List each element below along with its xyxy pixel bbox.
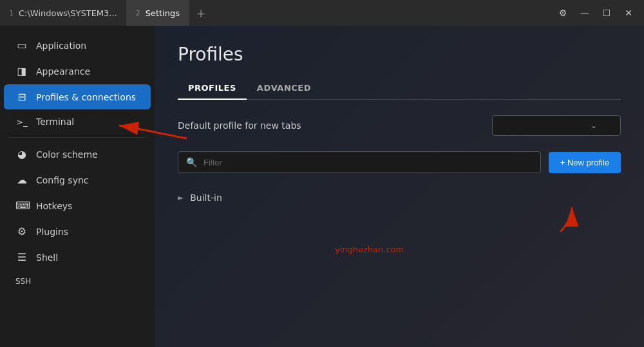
sidebar-item-terminal[interactable]: >_ Terminal [4,110,151,133]
default-profile-label: Default profile for new tabs [178,120,301,131]
tab-advanced[interactable]: ADVANCED [247,78,321,99]
tab-1[interactable]: 1 C:\Windows\SYSTEM3... [0,0,127,26]
sidebar-item-application[interactable]: ▭ Application [4,33,151,58]
filter-input-wrap: 🔍 [178,151,541,173]
sidebar: ▭ Application ◨ Appearance ⊟ Profiles & … [0,26,155,347]
sidebar-item-application-label: Application [36,41,86,51]
terminal-icon: >_ [15,117,28,127]
default-profile-row: Default profile for new tabs ⌄ [178,115,621,136]
tab-profiles[interactable]: PROFILES [178,78,247,99]
hotkeys-icon: ⌨ [15,200,28,212]
tab-2-label: Settings [146,8,180,18]
default-profile-dropdown[interactable]: ⌄ [492,115,621,136]
page-title: Profiles [178,44,621,65]
maximize-button[interactable]: ☐ [596,3,617,23]
application-icon: ▭ [15,39,28,52]
sidebar-item-profiles-label: Profiles & connections [36,92,136,102]
built-in-label: Built-in [190,192,222,203]
minimize-icon: — [580,8,589,18]
sidebar-item-color-scheme-label: Color scheme [36,149,98,160]
section-chevron-icon: ► [178,193,184,202]
new-tab-button[interactable]: + [189,0,213,26]
shell-icon: ☰ [15,251,28,263]
content-inner: Profiles PROFILES ADVANCED Default profi… [178,44,621,209]
sidebar-item-color-scheme[interactable]: ◕ Color scheme [4,142,151,167]
color-scheme-icon: ◕ [15,148,28,160]
filter-input[interactable] [204,158,533,167]
profiles-connections-icon: ⊟ [15,91,28,103]
tab-2[interactable]: 2 Settings [127,0,189,26]
maximize-icon: ☐ [603,8,611,18]
sidebar-item-terminal-label: Terminal [36,117,74,127]
plugins-icon: ⚙ [15,225,28,238]
watermark: yinghezhan.com [335,245,404,254]
search-icon: 🔍 [186,157,197,167]
app-body: ▭ Application ◨ Appearance ⊟ Profiles & … [0,26,644,347]
filter-row: 🔍 + New profile [178,151,621,173]
title-bar: 1 C:\Windows\SYSTEM3... 2 Settings + ⚙ —… [0,0,644,26]
tab-2-number: 2 [136,9,140,17]
minimize-button[interactable]: — [574,3,595,23]
sidebar-item-plugins[interactable]: ⚙ Plugins [4,219,151,244]
sidebar-item-profiles-connections[interactable]: ⊟ Profiles & connections [4,84,151,109]
new-profile-button-label: + New profile [560,158,609,167]
settings-button[interactable]: ⚙ [553,3,573,23]
sidebar-divider-1 [8,137,147,138]
sidebar-item-appearance-label: Appearance [36,66,90,77]
sidebar-item-ssh[interactable]: SSH [4,270,151,292]
new-profile-button[interactable]: + New profile [549,152,621,173]
close-icon: ✕ [625,8,632,18]
tab-1-label: C:\Windows\SYSTEM3... [19,8,117,18]
appearance-icon: ◨ [15,65,28,77]
ssh-icon: SSH [15,277,28,286]
new-tab-icon: + [196,6,206,20]
sidebar-item-appearance[interactable]: ◨ Appearance [4,59,151,84]
sidebar-item-shell-label: Shell [36,252,58,263]
settings-icon: ⚙ [559,8,567,18]
sidebar-item-plugins-label: Plugins [36,227,68,237]
window-controls: ⚙ — ☐ ✕ [553,3,644,23]
sub-tabs: PROFILES ADVANCED [178,78,621,100]
sidebar-item-hotkeys[interactable]: ⌨ Hotkeys [4,193,151,218]
sidebar-item-config-sync[interactable]: ☁ Config sync [4,167,151,192]
content-area: Profiles PROFILES ADVANCED Default profi… [155,26,644,347]
sidebar-item-shell[interactable]: ☰ Shell [4,245,151,270]
sidebar-item-hotkeys-label: Hotkeys [36,201,72,211]
sidebar-item-config-sync-label: Config sync [36,175,89,185]
chevron-down-icon: ⌄ [591,121,597,130]
built-in-section[interactable]: ► Built-in [178,186,621,209]
close-button[interactable]: ✕ [618,3,639,23]
tab-1-number: 1 [9,9,14,17]
config-sync-icon: ☁ [15,174,28,186]
